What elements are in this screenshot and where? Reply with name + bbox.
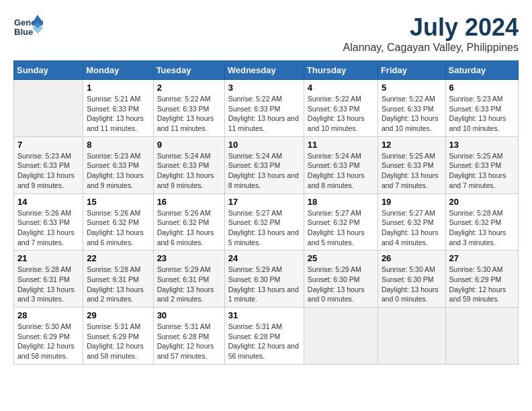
day-info: Sunrise: 5:26 AMSunset: 6:32 PMDaylight:… [87,208,149,248]
day-number: 22 [87,253,149,263]
calendar-cell: 16 Sunrise: 5:26 AMSunset: 6:32 PMDaylig… [153,193,224,250]
day-number: 10 [228,140,300,150]
calendar-cell: 6 Sunrise: 5:23 AMSunset: 6:33 PMDayligh… [445,80,518,137]
day-number: 9 [157,140,221,150]
day-info: Sunrise: 5:29 AMSunset: 6:30 PMDaylight:… [308,265,374,304]
week-row-2: 7 Sunrise: 5:23 AMSunset: 6:33 PMDayligh… [14,136,519,193]
day-number: 25 [308,253,374,263]
day-number: 18 [308,197,374,207]
calendar-cell: 25 Sunrise: 5:29 AMSunset: 6:30 PMDaylig… [304,250,378,308]
day-info: Sunrise: 5:25 AMSunset: 6:33 PMDaylight:… [449,151,515,191]
calendar-cell: 30 Sunrise: 5:31 AMSunset: 6:28 PMDaylig… [153,308,224,365]
day-number: 21 [17,253,79,263]
weekday-header-wednesday: Wednesday [224,61,304,80]
calendar-cell: 8 Sunrise: 5:23 AMSunset: 6:33 PMDayligh… [83,136,153,193]
title-block: July 2024 Alannay, Cagayan Valley, Phili… [343,13,519,54]
calendar-cell: 22 Sunrise: 5:28 AMSunset: 6:31 PMDaylig… [83,250,153,308]
svg-text:Blue: Blue [14,27,33,37]
day-info: Sunrise: 5:27 AMSunset: 6:32 PMDaylight:… [382,208,442,248]
calendar-cell: 1 Sunrise: 5:21 AMSunset: 6:33 PMDayligh… [83,80,153,137]
day-number: 3 [228,83,300,93]
day-number: 15 [87,197,149,207]
day-info: Sunrise: 5:21 AMSunset: 6:33 PMDaylight:… [87,94,149,134]
day-info: Sunrise: 5:22 AMSunset: 6:33 PMDaylight:… [157,94,221,134]
weekday-header-friday: Friday [378,61,445,80]
location-title: Alannay, Cagayan Valley, Philippines [343,42,519,54]
calendar-cell: 19 Sunrise: 5:27 AMSunset: 6:32 PMDaylig… [378,193,445,250]
day-info: Sunrise: 5:31 AMSunset: 6:28 PMDaylight:… [157,322,221,361]
calendar-cell: 2 Sunrise: 5:22 AMSunset: 6:33 PMDayligh… [153,80,224,137]
weekday-header-row: SundayMondayTuesdayWednesdayThursdayFrid… [14,61,519,80]
calendar-cell: 26 Sunrise: 5:30 AMSunset: 6:30 PMDaylig… [378,250,445,308]
day-number: 19 [382,197,442,207]
week-row-4: 21 Sunrise: 5:28 AMSunset: 6:31 PMDaylig… [14,250,519,308]
calendar-cell [14,80,83,137]
day-info: Sunrise: 5:27 AMSunset: 6:32 PMDaylight:… [228,208,300,248]
calendar-cell: 3 Sunrise: 5:22 AMSunset: 6:33 PMDayligh… [224,80,304,137]
day-number: 27 [449,253,515,263]
calendar-cell: 4 Sunrise: 5:22 AMSunset: 6:33 PMDayligh… [304,80,378,137]
day-info: Sunrise: 5:29 AMSunset: 6:30 PMDaylight:… [228,265,300,304]
day-info: Sunrise: 5:26 AMSunset: 6:33 PMDaylight:… [17,208,79,248]
logo-svg: General Blue [13,13,43,43]
calendar-cell: 5 Sunrise: 5:22 AMSunset: 6:33 PMDayligh… [378,80,445,137]
day-info: Sunrise: 5:31 AMSunset: 6:28 PMDaylight:… [228,322,300,361]
calendar-cell [304,308,378,365]
day-info: Sunrise: 5:30 AMSunset: 6:29 PMDaylight:… [449,265,515,304]
day-info: Sunrise: 5:22 AMSunset: 6:33 PMDaylight:… [228,94,300,134]
day-number: 4 [308,83,374,93]
logo: General Blue [13,13,43,43]
weekday-header-tuesday: Tuesday [153,61,224,80]
day-number: 30 [157,310,221,320]
day-info: Sunrise: 5:22 AMSunset: 6:33 PMDaylight:… [308,94,374,134]
week-row-3: 14 Sunrise: 5:26 AMSunset: 6:33 PMDaylig… [14,193,519,250]
day-number: 2 [157,83,221,93]
day-number: 31 [228,310,300,320]
weekday-header-saturday: Saturday [445,61,518,80]
day-info: Sunrise: 5:23 AMSunset: 6:33 PMDaylight:… [17,151,79,191]
weekday-header-monday: Monday [83,61,153,80]
day-info: Sunrise: 5:29 AMSunset: 6:31 PMDaylight:… [157,265,221,304]
calendar-cell: 17 Sunrise: 5:27 AMSunset: 6:32 PMDaylig… [224,193,304,250]
day-info: Sunrise: 5:26 AMSunset: 6:32 PMDaylight:… [157,208,221,248]
day-number: 1 [87,83,149,93]
day-number: 13 [449,140,515,150]
calendar-cell: 27 Sunrise: 5:30 AMSunset: 6:29 PMDaylig… [445,250,518,308]
calendar-cell: 7 Sunrise: 5:23 AMSunset: 6:33 PMDayligh… [14,136,83,193]
day-number: 12 [382,140,442,150]
weekday-header-thursday: Thursday [304,61,378,80]
month-year-title: July 2024 [343,13,519,42]
day-info: Sunrise: 5:28 AMSunset: 6:31 PMDaylight:… [87,265,149,304]
week-row-5: 28 Sunrise: 5:30 AMSunset: 6:29 PMDaylig… [14,308,519,365]
day-number: 29 [87,310,149,320]
day-number: 28 [17,310,79,320]
day-info: Sunrise: 5:28 AMSunset: 6:31 PMDaylight:… [17,265,79,304]
page-header: General Blue July 2024 Alannay, Cagayan … [13,13,519,54]
day-info: Sunrise: 5:25 AMSunset: 6:33 PMDaylight:… [382,151,442,191]
day-number: 6 [449,83,515,93]
day-info: Sunrise: 5:30 AMSunset: 6:30 PMDaylight:… [382,265,442,304]
day-number: 23 [157,253,221,263]
calendar-cell: 21 Sunrise: 5:28 AMSunset: 6:31 PMDaylig… [14,250,83,308]
day-number: 24 [228,253,300,263]
calendar-table: SundayMondayTuesdayWednesdayThursdayFrid… [13,60,519,365]
calendar-cell: 20 Sunrise: 5:28 AMSunset: 6:32 PMDaylig… [445,193,518,250]
calendar-cell: 13 Sunrise: 5:25 AMSunset: 6:33 PMDaylig… [445,136,518,193]
day-info: Sunrise: 5:31 AMSunset: 6:29 PMDaylight:… [87,322,149,361]
day-number: 17 [228,197,300,207]
calendar-cell: 12 Sunrise: 5:25 AMSunset: 6:33 PMDaylig… [378,136,445,193]
calendar-cell: 24 Sunrise: 5:29 AMSunset: 6:30 PMDaylig… [224,250,304,308]
day-info: Sunrise: 5:24 AMSunset: 6:33 PMDaylight:… [228,151,300,191]
day-info: Sunrise: 5:22 AMSunset: 6:33 PMDaylight:… [382,94,442,134]
day-info: Sunrise: 5:24 AMSunset: 6:33 PMDaylight:… [308,151,374,191]
calendar-cell: 11 Sunrise: 5:24 AMSunset: 6:33 PMDaylig… [304,136,378,193]
day-number: 11 [308,140,374,150]
calendar-cell: 14 Sunrise: 5:26 AMSunset: 6:33 PMDaylig… [14,193,83,250]
calendar-cell [378,308,445,365]
day-number: 14 [17,197,79,207]
weekday-header-sunday: Sunday [14,61,83,80]
day-info: Sunrise: 5:28 AMSunset: 6:32 PMDaylight:… [449,208,515,248]
day-number: 16 [157,197,221,207]
day-number: 5 [382,83,442,93]
day-info: Sunrise: 5:23 AMSunset: 6:33 PMDaylight:… [87,151,149,191]
